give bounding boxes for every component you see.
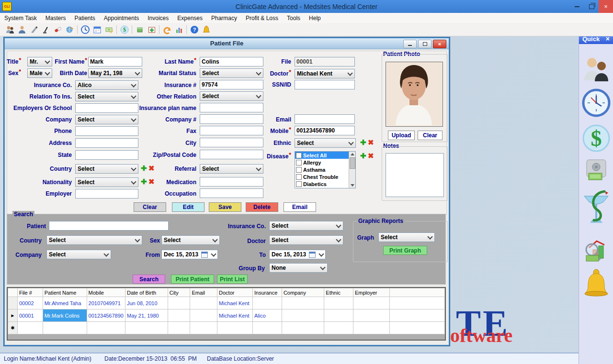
disease-listbox[interactable]: Select All Allergy Asthama Chest Trouble…	[295, 151, 356, 188]
prescription-pen-icon[interactable]	[28, 24, 40, 35]
restore-button[interactable]	[584, 0, 599, 13]
quick-appointments-clock-icon[interactable]	[581, 88, 611, 118]
col-file[interactable]: File #	[17, 288, 43, 297]
table-row[interactable]: 00002 Mr.Ahmed Taha 20107049971 Jun 08, …	[8, 297, 445, 309]
close-button[interactable]: ×	[599, 0, 613, 13]
cell-doctor[interactable]	[217, 322, 253, 334]
cell-company[interactable]	[282, 322, 324, 334]
invoice-icon[interactable]	[103, 24, 115, 35]
email-button[interactable]: Email	[284, 202, 316, 212]
relation-to-ins-select[interactable]: Select	[75, 92, 138, 101]
cell-file[interactable]: 00002	[17, 297, 43, 309]
disease-scrollbar[interactable]	[349, 152, 355, 188]
checkbox-icon[interactable]	[296, 153, 302, 158]
scroll-up-icon[interactable]	[351, 153, 354, 155]
col-company[interactable]: Company	[282, 288, 324, 297]
reminder-bell-icon[interactable]	[200, 24, 212, 35]
menu-masters[interactable]: Masters	[41, 13, 70, 23]
col-mobile[interactable]: Mobile	[87, 288, 125, 297]
reports-chart-icon[interactable]	[173, 24, 185, 35]
occupation-input[interactable]	[200, 188, 263, 198]
search-sex-select[interactable]: Select	[161, 235, 220, 245]
search-to-date[interactable]: Dec 15, 2013	[269, 250, 326, 259]
cell-city[interactable]	[168, 322, 190, 334]
search-doctor-select[interactable]: Select	[269, 235, 343, 245]
scroll-down-icon[interactable]	[351, 184, 354, 187]
sex-select[interactable]: Male	[27, 68, 52, 78]
menu-expenses[interactable]: Expenses	[173, 13, 207, 23]
cell-doctor[interactable]: Michael Kent	[217, 309, 253, 322]
menu-system-task[interactable]: System Task	[0, 13, 41, 23]
disease-item[interactable]: Select All	[295, 152, 349, 159]
row-selector[interactable]	[8, 297, 18, 309]
phone-input[interactable]	[75, 126, 138, 136]
cell-mobile[interactable]: 001234567890	[87, 309, 125, 322]
cell-email[interactable]	[190, 297, 217, 309]
cell-insurance[interactable]: Alico	[252, 309, 282, 322]
cell-city[interactable]	[168, 309, 190, 322]
other-relation-select[interactable]: Select	[200, 91, 263, 101]
zip-input[interactable]	[200, 150, 263, 159]
insurance-co-select[interactable]: Alico	[75, 80, 138, 90]
delete-country-icon[interactable]: ✖	[148, 165, 155, 172]
cell-email[interactable]	[190, 309, 217, 322]
undo-arrow-icon[interactable]	[161, 24, 173, 35]
cell-file[interactable]: 00001	[17, 309, 43, 322]
search-from-date[interactable]: Dec 15, 2013	[161, 250, 218, 259]
delete-button[interactable]: Delete	[246, 202, 278, 212]
save-button[interactable]: Save	[209, 202, 241, 212]
delete-disease-icon[interactable]: ✖	[368, 152, 374, 160]
search-button[interactable]: Search	[133, 275, 165, 284]
marital-status-select[interactable]: Select	[200, 68, 263, 78]
appointments-clock-icon[interactable]	[79, 24, 91, 35]
menu-pharmacy[interactable]: Pharmacy	[207, 13, 241, 23]
menu-help[interactable]: Help	[305, 13, 325, 23]
disease-item[interactable]: Allergy	[295, 159, 349, 166]
pharmacy-cross-icon[interactable]	[146, 24, 158, 35]
medication-input[interactable]	[200, 177, 263, 187]
menu-tools[interactable]: Tools	[283, 13, 305, 23]
email-input[interactable]	[295, 114, 355, 124]
first-name-input[interactable]	[88, 57, 142, 66]
quick-patients-icon[interactable]	[582, 55, 610, 82]
cell-mobile[interactable]	[87, 322, 125, 334]
col-city[interactable]: City	[168, 288, 190, 297]
company-num-input[interactable]	[200, 114, 263, 124]
delete-ethnic-icon[interactable]: ✖	[368, 139, 374, 146]
row-selector-new[interactable]: ✱	[8, 322, 18, 334]
cell-ethnic[interactable]	[324, 322, 353, 334]
cell-ethnic[interactable]	[324, 309, 353, 322]
cell-date-of-birth[interactable]: May 21, 1980	[125, 309, 168, 322]
doctor-select[interactable]: Michael Kent	[295, 69, 355, 78]
last-name-input[interactable]	[200, 57, 263, 66]
ssn-input[interactable]	[295, 80, 355, 89]
referral-select[interactable]: Select	[200, 164, 263, 174]
checkbox-icon[interactable]	[296, 174, 302, 180]
scroll-thumb[interactable]	[350, 157, 355, 169]
col-employer[interactable]: Employer	[353, 288, 389, 297]
print-patient-button[interactable]: Print Patient	[171, 275, 214, 284]
cell-insurance[interactable]	[252, 322, 282, 334]
search-insurance-co-select[interactable]: Select	[269, 221, 343, 231]
birth-date-select[interactable]: May 21, 198	[88, 68, 142, 78]
menu-profit-loss[interactable]: Profit & Loss	[241, 13, 283, 23]
disease-item[interactable]: Asthama	[295, 166, 349, 173]
billing-dollar-icon[interactable]: $	[118, 24, 130, 35]
notes-textarea[interactable]	[386, 153, 444, 197]
quick-analysis-icon[interactable]	[582, 235, 610, 263]
clear-button[interactable]: Clear	[134, 202, 166, 212]
disease-item[interactable]: Diabetics	[295, 180, 349, 188]
lab-pen-icon[interactable]	[40, 24, 52, 35]
checkbox-icon[interactable]	[296, 167, 302, 173]
col-insurance[interactable]: Insurance	[252, 288, 282, 297]
upload-photo-button[interactable]: Upload	[388, 131, 415, 140]
quick-reminder-bell-icon[interactable]	[583, 269, 609, 298]
col-ethnic[interactable]: Ethnic	[324, 288, 353, 297]
menu-invoices[interactable]: Invoices	[143, 13, 173, 23]
cell-employer[interactable]	[353, 309, 389, 322]
employer-input[interactable]	[75, 189, 138, 199]
table-row-new[interactable]: ✱	[8, 322, 445, 334]
cell-date-of-birth[interactable]	[125, 322, 168, 334]
dialog-minimize-button[interactable]	[403, 40, 417, 48]
title-select[interactable]: Mr.	[27, 57, 52, 66]
